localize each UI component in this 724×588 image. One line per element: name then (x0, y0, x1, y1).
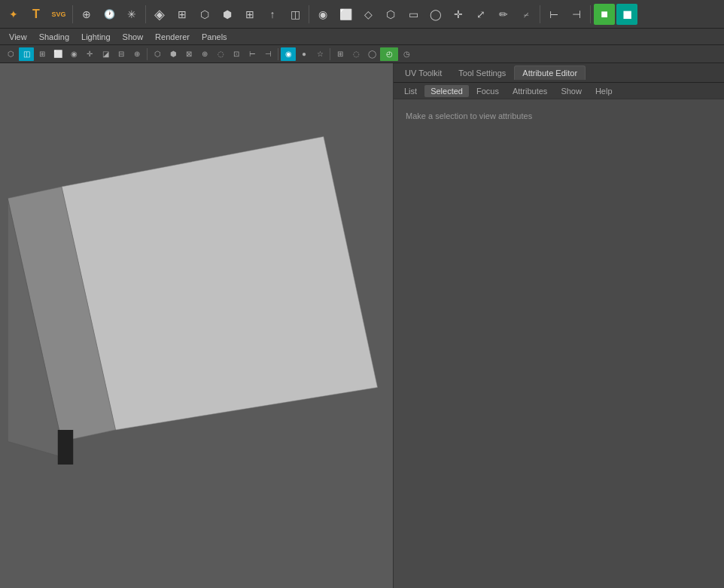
secondary-toolbar: ⬡ ◫ ⊞ ⬜ ◉ ✛ ◪ ⊟ ⊕ ⬡ ⬢ ⊠ ⊕ ◌ ⊡ ⊢ ⊣ ◉ ● ☆ … (0, 45, 724, 63)
subtab-selected[interactable]: Selected (424, 85, 469, 97)
viewport-svg (0, 63, 393, 588)
star-icon[interactable]: ✦ (3, 4, 24, 25)
bridge-icon[interactable]: ⊣ (566, 4, 587, 25)
subtab-list[interactable]: List (398, 85, 423, 97)
sep5 (590, 5, 591, 23)
sec-empty-icon[interactable]: ◌ (348, 47, 364, 61)
target-icon[interactable]: ⊕ (76, 4, 97, 25)
sec-box-icon[interactable]: ⬜ (50, 47, 65, 61)
sec-ring-icon[interactable]: ◌ (213, 47, 228, 61)
sphere-icon[interactable]: ◉ (312, 4, 333, 25)
green-cube-icon[interactable]: ■ (594, 4, 615, 25)
main-area: UV Toolkit Tool Settings Attribute Edito… (0, 63, 724, 588)
sec-target2-icon[interactable]: ⊕ (129, 47, 144, 61)
subtab-attributes[interactable]: Attributes (506, 85, 553, 97)
sec-plus-icon[interactable]: ⊕ (197, 47, 212, 61)
sep-sec1 (147, 48, 148, 60)
sec-green-icon[interactable]: ◴ (380, 47, 398, 61)
sec-vert-icon[interactable]: ◉ (66, 47, 81, 61)
sep3 (309, 5, 309, 23)
stack-icon[interactable]: ◫ (284, 4, 306, 25)
tab-uv-toolkit[interactable]: UV Toolkit (397, 66, 450, 80)
sec-last-icon[interactable]: ◷ (399, 47, 414, 61)
panel-content: Make a selection to view attributes (394, 99, 724, 588)
sec-edge-icon[interactable]: ✛ (82, 47, 97, 61)
sep4 (540, 5, 540, 23)
move-icon[interactable]: ✛ (448, 4, 469, 25)
sec-grid4-icon[interactable]: ⊞ (333, 47, 348, 61)
sec-square-icon[interactable]: ⊡ (229, 47, 244, 61)
viewport[interactable] (0, 63, 393, 588)
sep-sec3 (330, 48, 330, 60)
menu-bar: View Shading Lighting Show Renderer Pane… (0, 29, 724, 45)
menu-lighting[interactable]: Lighting (75, 31, 117, 43)
panel-tabs: UV Toolkit Tool Settings Attribute Edito… (394, 63, 724, 83)
tab-tool-settings[interactable]: Tool Settings (450, 66, 514, 80)
rectangle-icon[interactable]: ▭ (403, 4, 424, 25)
cube-wire-icon[interactable]: ◈ (149, 4, 170, 25)
sec-face-icon[interactable]: ◪ (98, 47, 113, 61)
right-panel: UV Toolkit Tool Settings Attribute Edito… (393, 63, 724, 588)
asterisk-icon[interactable]: ✳ (121, 4, 142, 25)
sec-cube-icon[interactable]: ⬡ (3, 47, 18, 61)
svg-tool-icon[interactable]: SVG (48, 4, 69, 25)
cube3d-icon[interactable]: ⬡ (194, 4, 215, 25)
sec-right-icon[interactable]: ⊣ (260, 47, 275, 61)
subtab-focus[interactable]: Focus (470, 85, 505, 97)
cube-open-icon[interactable]: ⬜ (335, 4, 356, 25)
tab-attribute-editor[interactable]: Attribute Editor (514, 66, 586, 80)
top-toolbar: ✦ T SVG ⊕ 🕐 ✳ ◈ ⊞ ⬡ ⬢ ⊞ ↑ ◫ ◉ ⬜ ◇ ⬡ ▭ ◯ … (0, 0, 724, 29)
sec-uvset-icon[interactable]: ⊟ (114, 47, 129, 61)
sec-dot-icon[interactable]: ● (297, 47, 312, 61)
sec-star-icon[interactable]: ☆ (312, 47, 327, 61)
split-icon[interactable]: ⊢ (543, 4, 564, 25)
menu-show[interactable]: Show (117, 31, 150, 43)
sec-hex2-icon[interactable]: ⬡ (150, 47, 165, 61)
grid2-icon[interactable]: ⊞ (239, 4, 260, 25)
sec-fill-icon[interactable]: ◉ (281, 47, 296, 61)
sec-poly-icon[interactable]: ⬢ (166, 47, 181, 61)
arrow-up-icon[interactable]: ↑ (262, 4, 283, 25)
menu-renderer[interactable]: Renderer (149, 31, 196, 43)
menu-shading[interactable]: Shading (33, 31, 75, 43)
text-tool-icon[interactable]: T (26, 4, 47, 25)
svg-marker-4 (58, 430, 73, 465)
menu-view[interactable]: View (3, 31, 33, 43)
teal-icon[interactable]: ◼ (616, 4, 637, 25)
clock-icon[interactable]: 🕐 (99, 4, 120, 25)
no-selection-message: Make a selection to view attributes (406, 111, 532, 120)
pen-icon[interactable]: ⌿ (516, 4, 537, 25)
sep1 (72, 5, 73, 23)
menu-panels[interactable]: Panels (196, 31, 233, 43)
sub-tabs: List Selected Focus Attributes Show Help (394, 83, 724, 99)
sep2 (145, 5, 146, 23)
sep-sec2 (278, 48, 278, 60)
sec-mesh-icon[interactable]: ◫ (19, 47, 34, 61)
edit-icon[interactable]: ✏ (493, 4, 514, 25)
scale-icon[interactable]: ⤢ (470, 4, 491, 25)
subtab-show[interactable]: Show (555, 85, 588, 97)
circle-icon[interactable]: ◯ (425, 4, 446, 25)
sec-check-icon[interactable]: ⊠ (181, 47, 196, 61)
dropbox-icon[interactable]: ◇ (357, 4, 379, 25)
hexagon-icon[interactable]: ⬡ (380, 4, 401, 25)
grid-icon[interactable]: ⊞ (172, 4, 193, 25)
box-icon[interactable]: ⬢ (217, 4, 238, 25)
subtab-help[interactable]: Help (589, 85, 619, 97)
sec-grid3-icon[interactable]: ⊞ (35, 47, 50, 61)
sec-oval-icon[interactable]: ◯ (364, 47, 379, 61)
svg-marker-1 (62, 136, 378, 430)
sec-left-icon[interactable]: ⊢ (245, 47, 260, 61)
